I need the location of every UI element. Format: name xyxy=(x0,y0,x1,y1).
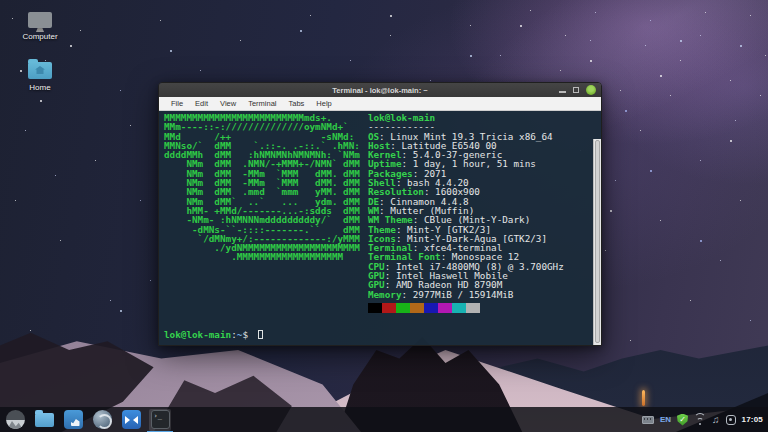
ansi-color-block xyxy=(396,303,410,313)
ansi-color-block xyxy=(452,303,466,313)
taskbar: ›_ EN ✓ ♫ 17:05 xyxy=(0,407,768,432)
software-app-icon xyxy=(64,410,83,429)
mint-ascii-logo: MMMMMMMMMMMMMMMMMMMMMMMMMmds+. MMm----::… xyxy=(164,113,360,262)
terminal-window: Terminal - lok@lok-main: ~ FileEditViewT… xyxy=(158,82,602,346)
shell-prompt: lok@lok-main:~$ xyxy=(164,330,591,339)
language-indicator[interactable]: EN xyxy=(660,415,671,424)
ansi-color-block xyxy=(424,303,438,313)
desktop-icon-label: Computer xyxy=(22,32,57,41)
ansi-color-block xyxy=(382,303,396,313)
ansi-color-block xyxy=(438,303,452,313)
scrollbar-thumb[interactable] xyxy=(595,140,600,343)
browser-app-icon xyxy=(93,410,112,429)
menu-item[interactable]: Tabs xyxy=(284,98,310,109)
media-app-button[interactable] xyxy=(120,409,142,431)
clock[interactable]: 17:05 xyxy=(742,415,763,424)
menu-item[interactable]: Terminal xyxy=(243,98,281,109)
ansi-color-palette xyxy=(368,303,564,313)
neofetch-output: MMMMMMMMMMMMMMMMMMMMMMMMMmds+. MMm----::… xyxy=(164,113,591,313)
menu-item[interactable]: File xyxy=(166,98,188,109)
desktop: Computer Home Terminal - lok@lok-main: ~… xyxy=(0,0,768,432)
system-info-line: Memory: 2977MiB / 15914MiB xyxy=(368,290,564,299)
system-info-lines: lok@lok-main ------------ OS: Linux Mint… xyxy=(368,113,564,299)
wifi-icon[interactable] xyxy=(694,415,706,425)
menu-button[interactable] xyxy=(4,409,26,431)
desktop-icons: Computer Home xyxy=(12,12,68,110)
keyboard-icon[interactable] xyxy=(642,416,654,424)
menu-icon xyxy=(6,410,25,429)
desktop-icon-home[interactable]: Home xyxy=(12,59,68,92)
menubar: FileEditViewTerminalTabsHelp xyxy=(159,97,601,111)
system-tray: EN ✓ ♫ 17:05 xyxy=(642,414,768,426)
ansi-color-block xyxy=(466,303,480,313)
titlebar[interactable]: Terminal - lok@lok-main: ~ xyxy=(159,83,601,97)
software-app-button[interactable] xyxy=(62,409,84,431)
media-app-icon xyxy=(122,410,141,429)
prompt-user: lok@lok-main xyxy=(164,329,231,340)
menu-item[interactable]: Help xyxy=(311,98,336,109)
minimize-button[interactable] xyxy=(559,91,566,93)
ansi-color-block xyxy=(368,303,382,313)
ansi-color-block xyxy=(410,303,424,313)
menu-item[interactable]: Edit xyxy=(190,98,213,109)
taskbar-launchers: ›_ xyxy=(0,409,171,431)
terminal-content[interactable]: MMMMMMMMMMMMMMMMMMMMMMMMMmds+. MMm----::… xyxy=(159,111,601,345)
terminal-icon: ›_ xyxy=(151,410,170,429)
home-folder-icon xyxy=(28,62,52,79)
close-button[interactable] xyxy=(586,85,596,95)
window-title: Terminal - lok@lok-main: ~ xyxy=(159,86,601,95)
stars-layer-bright xyxy=(0,0,2,2)
menu-item[interactable]: View xyxy=(215,98,241,109)
music-note-icon[interactable]: ♫ xyxy=(712,415,720,425)
computer-icon xyxy=(28,12,52,28)
desktop-icon-computer[interactable]: Computer xyxy=(12,12,68,41)
maximize-button[interactable] xyxy=(573,87,579,93)
terminal-task-button[interactable]: ›_ xyxy=(149,409,171,431)
scrollbar[interactable] xyxy=(593,139,601,345)
window-buttons xyxy=(559,83,596,97)
shield-check-icon[interactable]: ✓ xyxy=(677,414,688,426)
browser-app-button[interactable] xyxy=(91,409,113,431)
text-cursor xyxy=(258,330,263,339)
notifications-icon[interactable] xyxy=(726,415,736,425)
system-info-column: lok@lok-main ------------ OS: Linux Mint… xyxy=(368,113,564,313)
desktop-icon-label: Home xyxy=(29,83,50,92)
file-manager-button[interactable] xyxy=(33,409,55,431)
file-manager-icon xyxy=(35,413,54,427)
